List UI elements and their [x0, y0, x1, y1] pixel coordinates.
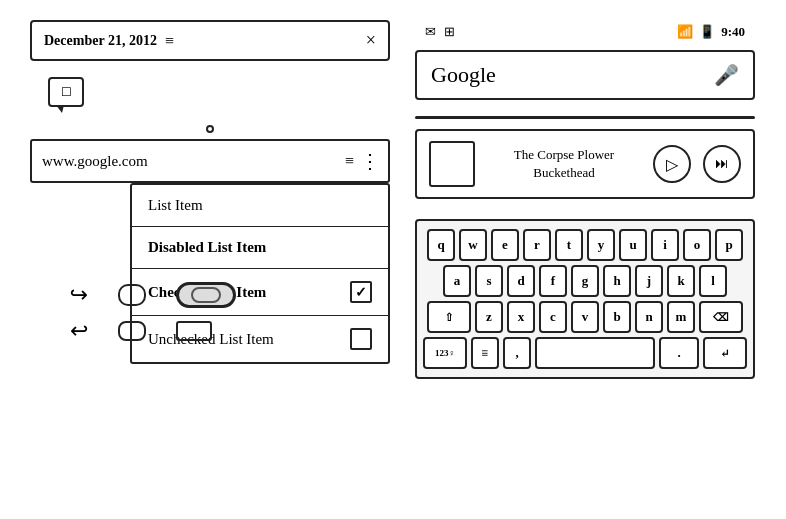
address-icons: ≡ ⋮: [345, 149, 378, 173]
menu-item-disabled-label: Disabled List Item: [148, 239, 266, 256]
browser-header: December 21, 2012 ≡ ×: [30, 20, 390, 61]
key-v[interactable]: v: [571, 301, 599, 333]
divider-line: [415, 116, 755, 119]
enter-key[interactable]: ↵: [703, 337, 747, 369]
keyboard-row-1: q w e r t y u i o p: [423, 229, 747, 261]
nav-back-icon[interactable]: [118, 321, 146, 341]
key-o[interactable]: o: [683, 229, 711, 261]
key-r[interactable]: r: [523, 229, 551, 261]
key-g[interactable]: g: [571, 265, 599, 297]
key-a[interactable]: a: [443, 265, 471, 297]
key-p[interactable]: p: [715, 229, 743, 261]
nav-row-bottom: ↩: [70, 318, 236, 344]
status-right: 📶 📱 9:40: [677, 24, 745, 40]
status-bar: ✉ ⊞ 📶 📱 9:40: [415, 20, 755, 44]
keyboard-row-2: a s d f g h j k l: [423, 265, 747, 297]
key-w[interactable]: w: [459, 229, 487, 261]
lines-icon: ≡: [345, 152, 354, 170]
key-q[interactable]: q: [427, 229, 455, 261]
song-info: The Corpse Plower Buckethead: [487, 146, 641, 182]
wifi-icon: 📶: [677, 24, 693, 40]
dot-indicator: [206, 125, 214, 133]
signal-icon: 📱: [699, 24, 715, 40]
key-c[interactable]: c: [539, 301, 567, 333]
nav-row-top: ↩: [70, 282, 236, 308]
key-m[interactable]: m: [667, 301, 695, 333]
mic-icon[interactable]: 🎤: [714, 63, 739, 87]
play-button[interactable]: ▷: [653, 145, 691, 183]
menu-item-disabled: Disabled List Item: [132, 227, 388, 269]
forward-icon[interactable]: ↩: [70, 318, 88, 344]
status-left: ✉ ⊞: [425, 24, 455, 40]
apps-icon: ⊞: [444, 24, 455, 40]
keyboard-row-3: ⇧ z x c v b n m ⌫: [423, 301, 747, 333]
mail-icon: ✉: [425, 24, 436, 40]
menu-item-list[interactable]: List Item: [132, 185, 388, 227]
address-text: www.google.com: [42, 153, 148, 170]
key-s[interactable]: s: [475, 265, 503, 297]
album-art: [429, 141, 475, 187]
more-icon[interactable]: ⋮: [360, 149, 378, 173]
pill-inner: [191, 287, 221, 303]
sketch-container: December 21, 2012 ≡ × ☐ www.google.com ≡…: [0, 0, 786, 519]
key-h[interactable]: h: [603, 265, 631, 297]
browser-header-left: December 21, 2012 ≡: [44, 32, 174, 50]
key-k[interactable]: k: [667, 265, 695, 297]
right-panel: ✉ ⊞ 📶 📱 9:40 Google 🎤 The Corpse Plower …: [415, 20, 755, 379]
left-panel: December 21, 2012 ≡ × ☐ www.google.com ≡…: [30, 20, 390, 364]
search-text: Google: [431, 62, 496, 88]
key-f[interactable]: f: [539, 265, 567, 297]
song-title: The Corpse Plower: [487, 146, 641, 164]
nav-pill-button[interactable]: [176, 282, 236, 308]
key-u[interactable]: u: [619, 229, 647, 261]
filter-icon: ≡: [165, 32, 174, 50]
settings-key[interactable]: ≡: [471, 337, 499, 369]
comma-key[interactable]: ,: [503, 337, 531, 369]
keyboard-row-4: 123♀ ≡ , . ↵: [423, 337, 747, 369]
numbers-key[interactable]: 123♀: [423, 337, 467, 369]
skip-button[interactable]: ⏭: [703, 145, 741, 183]
nav-home-icon[interactable]: [118, 284, 146, 306]
clock: 9:40: [721, 24, 745, 40]
shift-key[interactable]: ⇧: [427, 301, 471, 333]
song-artist: Buckethead: [487, 164, 641, 182]
space-key[interactable]: [535, 337, 655, 369]
key-n[interactable]: n: [635, 301, 663, 333]
key-e[interactable]: e: [491, 229, 519, 261]
back-icon[interactable]: ↩: [70, 282, 88, 308]
key-z[interactable]: z: [475, 301, 503, 333]
nav-rect-icon[interactable]: [176, 321, 212, 341]
close-icon[interactable]: ×: [366, 30, 376, 51]
key-l[interactable]: l: [699, 265, 727, 297]
key-i[interactable]: i: [651, 229, 679, 261]
search-bar[interactable]: Google 🎤: [415, 50, 755, 100]
key-y[interactable]: y: [587, 229, 615, 261]
keyboard: q w e r t y u i o p a s d f g h j k: [415, 219, 755, 379]
checkbox-checked-icon: ✓: [350, 281, 372, 303]
key-j[interactable]: j: [635, 265, 663, 297]
key-d[interactable]: d: [507, 265, 535, 297]
period-key[interactable]: .: [659, 337, 699, 369]
address-bar[interactable]: www.google.com ≡ ⋮: [30, 139, 390, 183]
backspace-key[interactable]: ⌫: [699, 301, 743, 333]
checkbox-unchecked-icon: [350, 328, 372, 350]
menu-item-label: List Item: [148, 197, 203, 214]
key-t[interactable]: t: [555, 229, 583, 261]
key-b[interactable]: b: [603, 301, 631, 333]
music-player: The Corpse Plower Buckethead ▷ ⏭: [415, 129, 755, 199]
browser-date: December 21, 2012: [44, 33, 157, 49]
speech-bubble-icon: ☐: [48, 77, 84, 107]
key-x[interactable]: x: [507, 301, 535, 333]
